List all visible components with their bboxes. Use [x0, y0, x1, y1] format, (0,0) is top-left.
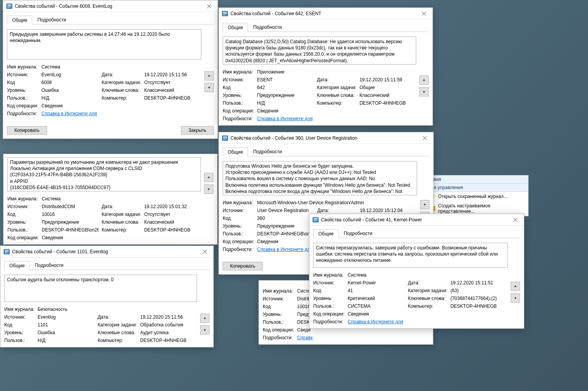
svg-marker-45	[514, 285, 516, 287]
prev-event-button[interactable]	[204, 173, 213, 182]
label-details: Подробности:	[263, 335, 294, 340]
svg-rect-2	[7, 6, 11, 6]
fields-grid: Имя журнала:ПриложениеИсточник:ESENTДата…	[223, 69, 416, 121]
svg-marker-37	[204, 330, 206, 331]
svg-marker-19	[423, 91, 425, 93]
value-computer: DESKTOP-4HNHEGB	[140, 338, 197, 343]
next-event-button[interactable]	[419, 87, 429, 96]
label-date: Дата:	[98, 314, 137, 320]
label-details: Подробности:	[223, 247, 254, 252]
tab-general[interactable]: Общие	[4, 261, 30, 270]
tabs: Общие Подробности	[223, 147, 429, 156]
window-title: Свойства событий - Событие 41, Kernel-Po…	[321, 217, 506, 223]
next-event-button[interactable]	[204, 184, 213, 194]
label-code: Код	[7, 212, 39, 217]
prev-event-button[interactable]	[200, 314, 209, 323]
svg-rect-42	[314, 221, 316, 221]
value-date: 19.12.2020 15:11:59	[359, 77, 416, 82]
tab-general[interactable]: Общие	[7, 16, 32, 25]
close-button[interactable]	[196, 246, 213, 257]
window-title: Свойства событий - Событие 1101, Eventlo…	[12, 249, 196, 254]
tab-general[interactable]: Общие	[223, 147, 248, 156]
label-source: Источник:	[7, 72, 38, 77]
help-link[interactable]: Справка в Интернете для	[257, 247, 313, 252]
next-event-button[interactable]	[204, 83, 214, 92]
value-log: Система	[348, 272, 508, 278]
value-log: Безопасность	[38, 307, 197, 312]
description-text[interactable]: Catalog Database (3252,D,50) Catalog Dat…	[223, 37, 416, 65]
help-link[interactable]: Справка в Интернете для	[42, 111, 97, 116]
tab-general[interactable]: Общие	[313, 229, 338, 238]
close-button[interactable]	[415, 8, 433, 19]
description-text[interactable]: Параметры разрешений по умолчанию для ко…	[7, 157, 201, 191]
bottom-buttons: КопироватьЗакрыть	[7, 122, 214, 135]
prev-event-button[interactable]	[511, 282, 520, 291]
label-source: Источник:	[313, 280, 345, 286]
value-category: Общие	[359, 85, 416, 90]
value-computer: DESKTOP-4HNHEGB	[359, 100, 416, 106]
tab-details[interactable]: Подробности	[248, 147, 287, 156]
label-user: Пользов.:	[313, 303, 345, 309]
fields-grid: Имя журнала:СистемаИсточник:EventLogДата…	[7, 64, 201, 116]
action-open-saved-log[interactable]: 📂 Открыть сохраненный журнал...	[426, 192, 528, 201]
value-details: Справк	[297, 335, 429, 340]
close-dialog-button[interactable]: Закрыть	[181, 126, 214, 135]
tabs: Общие Подробности	[223, 23, 429, 32]
value-opcode: Сведения	[257, 108, 416, 114]
tab-details[interactable]: Подробности	[338, 229, 377, 238]
close-button[interactable]	[506, 214, 524, 225]
svg-marker-27	[424, 203, 426, 205]
window-icon	[222, 11, 228, 17]
help-link[interactable]: Справка в Интернете для	[257, 116, 313, 121]
next-event-button[interactable]	[200, 325, 209, 335]
close-button[interactable]	[200, 0, 218, 12]
description-text[interactable]: Система перезагрузилась, завершив работу…	[313, 243, 508, 268]
label-code: Код	[223, 216, 254, 221]
value-keywords: Классический	[144, 88, 201, 93]
value-log: Система	[42, 196, 201, 202]
svg-marker-10	[208, 189, 210, 191]
next-event-button[interactable]	[511, 293, 520, 303]
close-button[interactable]	[416, 132, 433, 144]
prev-event-button[interactable]	[420, 200, 429, 209]
copy-button[interactable]: Копировать	[223, 262, 263, 270]
titlebar: Свойства событий - Событие 642, ESENT	[219, 8, 433, 19]
tab-details[interactable]: Подробности	[32, 15, 71, 24]
value-computer: DESKTOP-4HNHEGB	[144, 95, 201, 101]
value-date: 19.12.2020 15:11:56	[144, 72, 201, 77]
label-keywords: Ключевые слова:	[102, 219, 141, 225]
copy-button[interactable]: Копировать	[7, 126, 47, 135]
label-user: Пользов.:	[263, 319, 294, 325]
content: Общие Подробности События аудита были от…	[0, 258, 213, 347]
tab-details[interactable]: Подробности	[30, 261, 68, 270]
tab-general[interactable]: Общие	[223, 23, 248, 32]
action-label: Открыть сохраненный журнал...	[438, 194, 508, 199]
description-text[interactable]: Подготовка Windows Hello для бизнеса не …	[223, 161, 417, 195]
label-level: Уровень:	[263, 312, 294, 317]
window-icon	[3, 249, 10, 255]
help-link[interactable]: Справк	[297, 335, 313, 340]
svg-rect-21	[223, 137, 227, 137]
window-icon	[312, 217, 319, 223]
value-code: 642	[257, 85, 314, 90]
svg-rect-3	[7, 7, 11, 7]
svg-marker-8	[208, 87, 210, 89]
description-text[interactable]: События аудита были отклонены транспорто…	[4, 275, 197, 302]
label-date: Дата:	[408, 280, 447, 286]
svg-rect-33	[5, 253, 7, 253]
tab-details[interactable]: Подробности	[248, 23, 287, 32]
label-computer: Компьютер:	[408, 303, 447, 309]
window-icon	[222, 135, 228, 141]
description-text[interactable]: Предыдущее завершение работы системы в 1…	[7, 29, 201, 60]
help-link[interactable]: Справка в Интернете для	[348, 319, 403, 324]
label-source: Источник:	[4, 314, 35, 320]
prev-event-button[interactable]	[204, 71, 214, 81]
nav-buttons	[204, 173, 213, 194]
prev-event-button[interactable]	[419, 75, 429, 85]
label-level: Уровень:	[313, 296, 345, 301]
label-log: Имя журнала:	[4, 307, 35, 312]
nav-buttons	[511, 282, 520, 303]
value-details: Справка в Интернете для	[42, 111, 201, 116]
label-level: Уровень:	[4, 330, 35, 335]
svg-rect-13	[223, 13, 227, 14]
